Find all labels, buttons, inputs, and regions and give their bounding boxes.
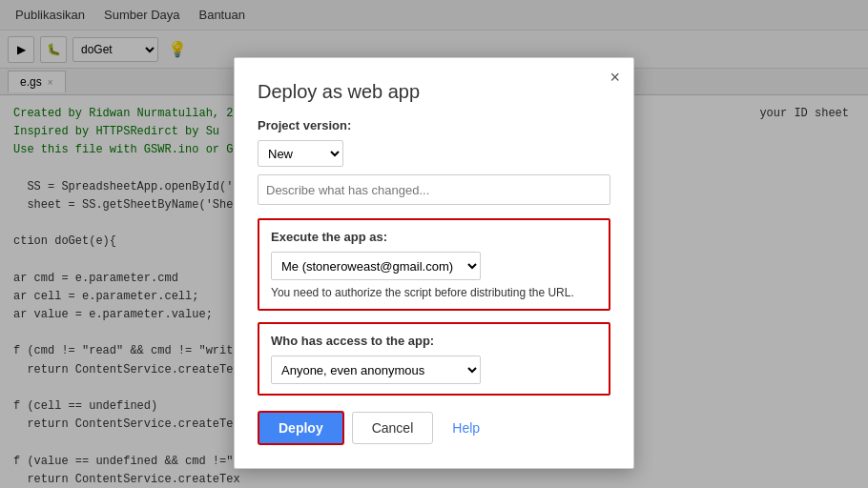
cancel-button[interactable]: Cancel — [352, 412, 434, 444]
access-select[interactable]: Anyone, even anonymous Anyone Only mysel… — [271, 356, 481, 384]
modal-footer: Deploy Cancel Help — [258, 411, 610, 445]
execute-section-title: Execute the app as: — [271, 230, 597, 244]
access-section-title: Who has access to the app: — [271, 334, 597, 348]
access-section: Who has access to the app: Anyone, even … — [258, 322, 610, 396]
modal-close-button[interactable]: × — [610, 68, 620, 88]
auth-note: You need to authorize the script before … — [271, 286, 597, 299]
modal-title: Deploy as web app — [258, 81, 610, 103]
describe-input[interactable] — [258, 174, 610, 205]
modal-overlay: × Deploy as web app Project version: New… — [0, 0, 868, 488]
execute-as-select[interactable]: Me (stoneroweast@gmail.com) User accessi… — [271, 252, 481, 280]
version-select[interactable]: New 1 2 — [258, 140, 343, 167]
project-version-label: Project version: — [258, 118, 610, 132]
deploy-button[interactable]: Deploy — [258, 411, 344, 445]
deploy-modal: × Deploy as web app Project version: New… — [234, 57, 634, 469]
execute-section: Execute the app as: Me (stoneroweast@gma… — [258, 218, 610, 311]
help-button[interactable]: Help — [441, 413, 491, 443]
version-row: New 1 2 — [258, 140, 610, 167]
